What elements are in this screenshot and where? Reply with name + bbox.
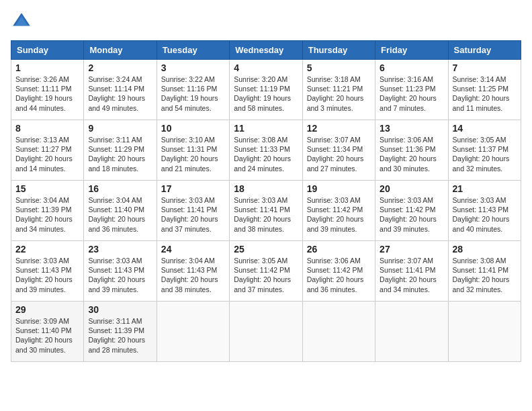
day-info: Sunrise: 3:06 AM Sunset: 11:36 PM Daylig… [380, 135, 443, 173]
calendar-day-cell: 14Sunrise: 3:05 AM Sunset: 11:37 PM Dayl… [448, 120, 521, 181]
calendar-day-cell: 28Sunrise: 3:08 AM Sunset: 11:41 PM Dayl… [448, 241, 521, 302]
weekday-header-cell: Tuesday [157, 41, 229, 60]
day-number: 20 [380, 183, 443, 194]
calendar-day-cell: 29Sunrise: 3:09 AM Sunset: 11:40 PM Dayl… [11, 302, 84, 362]
day-number: 26 [307, 244, 371, 255]
calendar-day-cell: 6Sunrise: 3:16 AM Sunset: 11:23 PM Dayli… [375, 60, 448, 120]
day-number: 28 [453, 244, 517, 255]
day-number: 23 [88, 244, 152, 255]
day-info: Sunrise: 3:11 AM Sunset: 11:39 PM Daylig… [88, 316, 152, 355]
day-info: Sunrise: 3:20 AM Sunset: 11:19 PM Daylig… [234, 75, 298, 113]
page-header [11, 11, 521, 32]
day-info: Sunrise: 3:04 AM Sunset: 11:40 PM Daylig… [88, 195, 152, 234]
day-number: 11 [234, 123, 298, 134]
day-info: Sunrise: 3:03 AM Sunset: 11:42 PM Daylig… [307, 195, 371, 234]
calendar-week-row: 29Sunrise: 3:09 AM Sunset: 11:40 PM Dayl… [11, 302, 521, 362]
day-info: Sunrise: 3:08 AM Sunset: 11:41 PM Daylig… [453, 256, 517, 294]
day-info: Sunrise: 3:09 AM Sunset: 11:40 PM Daylig… [15, 316, 79, 355]
day-number: 2 [88, 62, 152, 73]
day-number: 13 [380, 123, 443, 134]
day-info: Sunrise: 3:07 AM Sunset: 11:41 PM Daylig… [380, 256, 443, 294]
calendar-day-cell: 5Sunrise: 3:18 AM Sunset: 11:21 PM Dayli… [302, 60, 375, 120]
calendar-day-cell: 17Sunrise: 3:03 AM Sunset: 11:41 PM Dayl… [157, 181, 229, 241]
day-info: Sunrise: 3:08 AM Sunset: 11:33 PM Daylig… [234, 135, 298, 173]
calendar-day-cell: 15Sunrise: 3:04 AM Sunset: 11:39 PM Dayl… [11, 181, 84, 241]
day-info: Sunrise: 3:03 AM Sunset: 11:41 PM Daylig… [234, 195, 298, 234]
logo-icon [11, 11, 32, 32]
calendar-day-cell: 30Sunrise: 3:11 AM Sunset: 11:39 PM Dayl… [84, 302, 157, 362]
calendar-day-cell: 10Sunrise: 3:10 AM Sunset: 11:31 PM Dayl… [157, 120, 229, 181]
weekday-header-cell: Sunday [11, 41, 84, 60]
day-number: 30 [88, 304, 152, 315]
day-number: 18 [234, 183, 298, 194]
day-info: Sunrise: 3:26 AM Sunset: 11:11 PM Daylig… [15, 75, 79, 113]
weekday-header-cell: Monday [84, 41, 157, 60]
calendar-day-cell: 19Sunrise: 3:03 AM Sunset: 11:42 PM Dayl… [302, 181, 375, 241]
logo [11, 11, 35, 32]
day-info: Sunrise: 3:10 AM Sunset: 11:31 PM Daylig… [161, 135, 225, 173]
calendar-day-cell: 18Sunrise: 3:03 AM Sunset: 11:41 PM Dayl… [230, 181, 302, 241]
calendar-day-cell: 21Sunrise: 3:03 AM Sunset: 11:43 PM Dayl… [448, 181, 521, 241]
day-number: 24 [161, 244, 225, 255]
weekday-header-cell: Thursday [302, 41, 375, 60]
day-info: Sunrise: 3:22 AM Sunset: 11:16 PM Daylig… [161, 75, 225, 113]
day-number: 8 [15, 123, 79, 134]
day-info: Sunrise: 3:11 AM Sunset: 11:29 PM Daylig… [88, 135, 152, 173]
day-number: 5 [307, 62, 371, 73]
day-info: Sunrise: 3:03 AM Sunset: 11:42 PM Daylig… [380, 195, 443, 234]
day-info: Sunrise: 3:24 AM Sunset: 11:14 PM Daylig… [88, 75, 152, 113]
day-number: 29 [15, 304, 79, 315]
calendar-day-cell: 4Sunrise: 3:20 AM Sunset: 11:19 PM Dayli… [230, 60, 302, 120]
day-number: 16 [88, 183, 152, 194]
day-info: Sunrise: 3:03 AM Sunset: 11:43 PM Daylig… [15, 256, 79, 294]
day-info: Sunrise: 3:14 AM Sunset: 11:25 PM Daylig… [453, 75, 517, 113]
day-number: 19 [307, 183, 371, 194]
calendar-day-cell: 26Sunrise: 3:06 AM Sunset: 11:42 PM Dayl… [302, 241, 375, 302]
day-number: 9 [88, 123, 152, 134]
weekday-header-row: SundayMondayTuesdayWednesdayThursdayFrid… [11, 41, 521, 60]
weekday-header-cell: Wednesday [230, 41, 302, 60]
day-number: 15 [15, 183, 79, 194]
calendar-day-cell: 25Sunrise: 3:05 AM Sunset: 11:42 PM Dayl… [230, 241, 302, 302]
calendar-body: 1Sunrise: 3:26 AM Sunset: 11:11 PM Dayli… [11, 60, 521, 362]
calendar-day-cell [157, 302, 229, 362]
day-info: Sunrise: 3:03 AM Sunset: 11:41 PM Daylig… [161, 195, 225, 234]
day-info: Sunrise: 3:07 AM Sunset: 11:34 PM Daylig… [307, 135, 371, 173]
weekday-header-cell: Friday [375, 41, 448, 60]
day-info: Sunrise: 3:04 AM Sunset: 11:39 PM Daylig… [15, 195, 79, 234]
calendar-table: SundayMondayTuesdayWednesdayThursdayFrid… [11, 40, 521, 362]
day-number: 1 [15, 62, 79, 73]
day-info: Sunrise: 3:03 AM Sunset: 11:43 PM Daylig… [88, 256, 152, 294]
day-number: 10 [161, 123, 225, 134]
day-number: 21 [453, 183, 517, 194]
calendar-day-cell: 12Sunrise: 3:07 AM Sunset: 11:34 PM Dayl… [302, 120, 375, 181]
calendar-day-cell [375, 302, 448, 362]
day-number: 6 [380, 62, 443, 73]
calendar-day-cell: 11Sunrise: 3:08 AM Sunset: 11:33 PM Dayl… [230, 120, 302, 181]
calendar-week-row: 1Sunrise: 3:26 AM Sunset: 11:11 PM Dayli… [11, 60, 521, 120]
calendar-day-cell [302, 302, 375, 362]
calendar-day-cell: 8Sunrise: 3:13 AM Sunset: 11:27 PM Dayli… [11, 120, 84, 181]
day-info: Sunrise: 3:05 AM Sunset: 11:42 PM Daylig… [234, 256, 298, 294]
calendar-day-cell: 24Sunrise: 3:04 AM Sunset: 11:43 PM Dayl… [157, 241, 229, 302]
day-number: 27 [380, 244, 443, 255]
calendar-day-cell [448, 302, 521, 362]
day-info: Sunrise: 3:05 AM Sunset: 11:37 PM Daylig… [453, 135, 517, 173]
calendar-week-row: 22Sunrise: 3:03 AM Sunset: 11:43 PM Dayl… [11, 241, 521, 302]
day-number: 7 [453, 62, 517, 73]
calendar-day-cell: 13Sunrise: 3:06 AM Sunset: 11:36 PM Dayl… [375, 120, 448, 181]
calendar-day-cell: 2Sunrise: 3:24 AM Sunset: 11:14 PM Dayli… [84, 60, 157, 120]
day-info: Sunrise: 3:06 AM Sunset: 11:42 PM Daylig… [307, 256, 371, 294]
calendar-day-cell: 22Sunrise: 3:03 AM Sunset: 11:43 PM Dayl… [11, 241, 84, 302]
day-info: Sunrise: 3:16 AM Sunset: 11:23 PM Daylig… [380, 75, 443, 113]
calendar-day-cell: 16Sunrise: 3:04 AM Sunset: 11:40 PM Dayl… [84, 181, 157, 241]
day-number: 25 [234, 244, 298, 255]
day-number: 3 [161, 62, 225, 73]
weekday-header-cell: Saturday [448, 41, 521, 60]
day-info: Sunrise: 3:03 AM Sunset: 11:43 PM Daylig… [453, 195, 517, 234]
day-number: 14 [453, 123, 517, 134]
day-number: 4 [234, 62, 298, 73]
calendar-day-cell [230, 302, 302, 362]
day-number: 22 [15, 244, 79, 255]
calendar-day-cell: 27Sunrise: 3:07 AM Sunset: 11:41 PM Dayl… [375, 241, 448, 302]
